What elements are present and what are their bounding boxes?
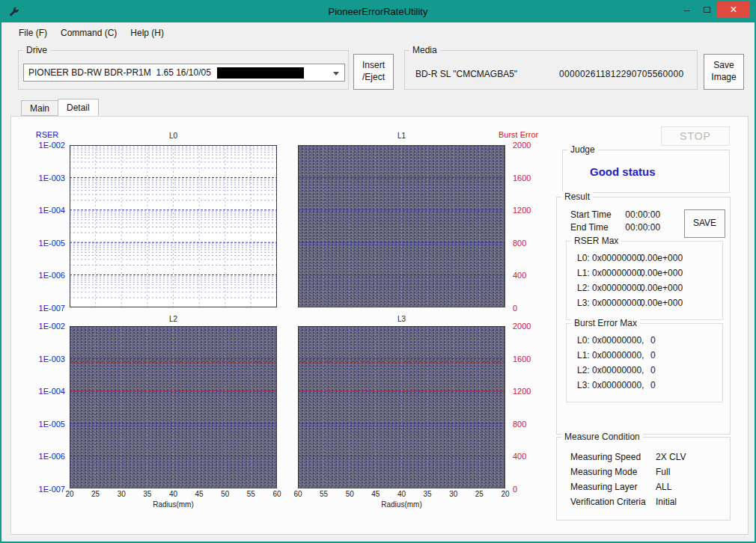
x-axis-tick: 60 [292,490,304,499]
y2-axis-tick: 2000 [513,141,547,150]
tab-bar: Main Detail [21,99,98,116]
insert-eject-button[interactable]: Insert /Eject [353,54,394,90]
menu-command[interactable]: Command (C) [54,25,124,41]
y2-axis-tick: 1200 [513,387,547,396]
titlebar[interactable]: PioneerErrorRateUtility – × [1,1,755,22]
y-axis-tick: 1E-002 [22,322,65,331]
x-axis-tick: 60 [271,490,283,499]
y2-axis-tick: 1600 [513,174,547,182]
y2-axis-tick: 400 [513,452,547,461]
y2-axis-tick: 800 [513,239,547,248]
value-row: Measuring ModeFull [570,464,727,479]
burst-error-max-rows: L0: 0x00000000,0L1: 0x00000000,0L2: 0x00… [577,333,719,393]
menubar: File (F) Command (C) Help (H) [1,22,755,43]
media-disc-type: BD-R SL "CMCMAGBA5" [415,69,517,79]
chart-l2-x-axis-label: Radius(mm) [70,500,277,509]
x-axis-tick: 25 [90,490,102,499]
row-value: 0.00e+000 [640,298,683,308]
row-value: ALL [656,482,671,492]
y-axis-tick: 1E-006 [22,271,65,280]
row-label: L0: 0x00000000, [577,253,640,263]
row-label: L0: 0x00000000, [577,335,650,346]
x-axis-tick: 25 [473,490,485,499]
stop-button[interactable]: STOP [661,126,730,146]
chart-l3 [298,326,505,488]
row-value: 0.00e+000 [640,268,683,278]
chart-l2-x-ticks: 202530354045505560 [64,490,283,499]
y-axis-tick: 1E-002 [22,141,65,150]
row-label: Measuring Layer [570,482,656,492]
value-row: L0: 0x00000000,0 [577,333,719,348]
close-icon: × [730,4,737,16]
y2-axis-tick: 800 [513,420,547,429]
detail-tab-page: RSER Burst Error L0 L1 L2 L3 1E-0021E-00… [10,116,749,535]
insert-eject-label-line2: /Eject [362,72,385,84]
insert-eject-label-line1: Insert [362,60,385,72]
media-disc-id: 000002611812290705560000 [559,69,683,79]
app-window: PioneerErrorRateUtility – × File (F) Com… [0,0,756,543]
y2-axis-tick: 1200 [513,206,547,215]
x-axis-tick: 55 [245,490,257,499]
y-axis-tick: 1E-006 [22,452,65,461]
x-axis-tick: 20 [499,490,511,499]
row-label: Measuring Speed [570,452,656,462]
row-label: L1: 0x00000000, [577,268,640,278]
x-axis-tick: 30 [115,490,127,499]
value-row: L1: 0x00000000,0.00e+000 [577,266,719,280]
start-time-label: Start Time [570,209,623,220]
drive-group-label: Drive [23,45,50,55]
chart-l2 [70,326,277,488]
x-axis-tick: 40 [396,490,408,499]
row-value: 0 [650,365,656,375]
save-image-button[interactable]: Save Image [704,54,744,90]
y2-axis-tick: 2000 [513,322,547,331]
measure-condition-rows: Measuring Speed2X CLVMeasuring ModeFullM… [570,450,727,509]
judge-group-label: Judge [567,144,598,155]
y-axis-tick: 1E-003 [22,174,65,182]
save-button[interactable]: SAVE [684,209,725,238]
row-value: 0 [650,335,656,346]
y2-axis-tick: 0 [513,304,547,313]
x-axis-tick: 50 [219,490,231,499]
row-label: L1: 0x00000000, [577,350,650,361]
measure-condition-group-label: Measure Condition [561,432,643,442]
x-axis-tick: 35 [141,490,153,499]
row-value: 0.00e+000 [640,283,683,293]
redacted-serial-block [217,67,304,79]
y-axis-tick: 1E-004 [22,206,65,215]
chevron-down-icon [333,72,339,76]
result-group: Result Start Time 00:00:00 End Time 00:0… [556,197,731,435]
start-time-row: Start Time 00:00:00 [570,209,660,220]
end-time-label: End Time [570,222,623,233]
chart-l1 [298,145,505,307]
chart-title-l1: L1 [298,132,505,140]
x-axis-tick: 50 [344,490,356,499]
row-value: Full [656,467,670,477]
minimize-button[interactable]: – [677,1,697,18]
close-button[interactable]: × [717,1,750,18]
value-row: L3: 0x00000000,0 [577,378,719,393]
end-time-row: End Time 00:00:00 [570,222,660,233]
maximize-button[interactable] [697,1,717,18]
window-controls: – × [677,1,750,18]
y-axis-tick: 1E-004 [22,387,65,396]
row-label: L3: 0x00000000, [577,298,640,308]
tab-main[interactable]: Main [21,100,58,116]
value-row: Measuring LayerALL [570,479,727,494]
result-group-label: Result [561,191,593,202]
judge-status: Good status [590,165,656,178]
value-row: L3: 0x00000000,0.00e+000 [577,295,719,310]
y2-axis-tick: 0 [513,485,547,494]
menu-file[interactable]: File (F) [12,25,54,41]
y-axis-tick: 1E-005 [22,420,65,429]
media-group-label: Media [409,45,440,55]
drive-group: Drive PIONEER BD-RW BDR-PR1M 1.65 16/10/… [18,50,349,90]
menu-help[interactable]: Help (H) [124,25,171,41]
chart-l3-x-ticks: 605550454035302520 [292,490,511,499]
end-time-value: 00:00:00 [625,222,660,233]
y-axis-tick: 1E-007 [22,304,65,313]
y-axis-tick: 1E-007 [22,485,65,494]
tab-detail[interactable]: Detail [58,99,99,116]
value-row: Measuring Speed2X CLV [570,450,727,464]
drive-select[interactable]: PIONEER BD-RW BDR-PR1M 1.65 16/10/05 [23,64,345,82]
